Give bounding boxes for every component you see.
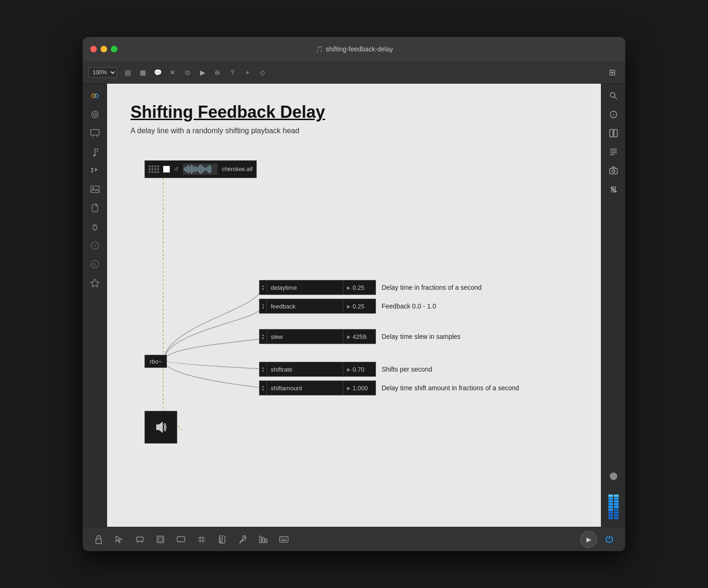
minimize-button[interactable] — [101, 46, 107, 52]
close-button[interactable] — [90, 46, 97, 52]
grid-button[interactable] — [193, 531, 210, 548]
sidebar-icon-note[interactable] — [87, 143, 103, 160]
sidebar-icon-clip[interactable] — [87, 200, 103, 216]
meter-segment — [614, 509, 619, 511]
sidebar-icon-sequencer[interactable] — [87, 162, 103, 179]
param-desc-delaytime: Delay time in fractions of a second — [382, 284, 482, 291]
meter-segment — [614, 511, 619, 514]
meter-segment — [608, 517, 613, 519]
param-arrows-delaytime[interactable]: ▲ ▼ — [260, 280, 267, 295]
param-row-delaytime: ▲ ▼ delaytime ▶ 0.25 Delay time in fract… — [259, 280, 482, 295]
param-value-slew[interactable]: ▶ 4259. — [343, 330, 376, 344]
volume-knob[interactable] — [610, 473, 617, 480]
param-value-feedback[interactable]: ▶ 0.25 — [343, 299, 376, 313]
audio-file-object[interactable]: ↺ — [144, 160, 257, 178]
toolbar-minus-btn[interactable]: ⊖ — [210, 65, 224, 79]
play-button[interactable]: ▶ — [580, 531, 597, 548]
param-value-text-feedback: 0.25 — [353, 303, 364, 310]
volume-meter-area — [608, 473, 619, 523]
patch-subtitle: A delay line with a randomly shifting pl… — [130, 127, 578, 135]
meter-col-right — [614, 495, 619, 519]
audio-refresh-button[interactable]: ↺ — [173, 165, 180, 173]
param-arrows-shiftamount[interactable]: ▲ ▼ — [260, 380, 267, 395]
sidebar-right-snapshot[interactable] — [605, 162, 622, 179]
meter-segment — [608, 503, 613, 505]
toolbar-play-btn[interactable]: ▶ — [195, 65, 210, 79]
toolbar-delete-btn[interactable]: ✕ — [166, 65, 180, 79]
param-box-shiftrate[interactable]: ▲ ▼ shiftrate ▶ 0.70 — [259, 362, 376, 377]
select-button[interactable] — [111, 531, 128, 548]
param-arrows-slew[interactable]: ▲ ▼ — [260, 329, 267, 344]
sidebar-right-list[interactable] — [605, 143, 622, 160]
toolbar-help-btn[interactable]: ? — [225, 65, 239, 79]
svg-rect-30 — [614, 129, 617, 137]
toolbar-present-btn[interactable]: ▤ — [121, 65, 135, 79]
subpatch-button[interactable] — [152, 531, 169, 548]
sidebar-icon-star[interactable] — [87, 274, 103, 291]
clip-button[interactable] — [214, 531, 231, 548]
svg-rect-4 — [91, 129, 99, 135]
meter-segment — [608, 495, 613, 497]
param-value-delaytime[interactable]: ▶ 0.25 — [343, 280, 376, 294]
svg-rect-45 — [137, 537, 143, 541]
main-area: v b Shifting Feedback Delay A delay line… — [83, 84, 625, 527]
svg-marker-20 — [91, 279, 99, 287]
sidebar-right-mixer[interactable] — [605, 181, 622, 198]
svg-line-26 — [614, 97, 617, 99]
grid-view-button[interactable]: ⊞ — [605, 65, 620, 80]
sidebar-icon-image[interactable] — [87, 181, 103, 198]
param-value-shiftrate[interactable]: ▶ 0.70 — [343, 362, 376, 376]
param-desc-feedback: Feedback 0.0 - 1.0 — [382, 302, 436, 310]
audio-stop-button[interactable] — [163, 166, 170, 172]
zoom-selector[interactable]: 100% 75% 150% — [88, 67, 117, 78]
toolbar-comment-btn[interactable]: ▦ — [136, 65, 150, 79]
bars-button[interactable] — [255, 531, 272, 548]
meter-segment — [608, 500, 613, 502]
param-box-slew[interactable]: ▲ ▼ slew ▶ 4259. — [259, 329, 376, 344]
meter-segment — [614, 497, 619, 500]
param-box-delaytime[interactable]: ▲ ▼ delaytime ▶ 0.25 — [259, 280, 376, 295]
rbo-object[interactable]: rbo~ — [144, 355, 167, 368]
svg-marker-9 — [95, 168, 98, 172]
wrench-button[interactable] — [234, 531, 251, 548]
toolbar-fill-btn[interactable]: ◇ — [255, 65, 269, 79]
param-arrows-feedback[interactable]: ▲ ▼ — [260, 299, 267, 314]
param-row-feedback: ▲ ▼ feedback ▶ 0.25 Feedback 0.0 - 1.0 — [259, 299, 436, 314]
lock-button[interactable] — [90, 531, 107, 548]
meter-bars — [608, 482, 619, 519]
speaker-object[interactable] — [144, 411, 177, 444]
toolbar-record-btn[interactable]: ⊙ — [181, 65, 195, 79]
svg-rect-56 — [260, 536, 261, 543]
sidebar-right: i — [601, 84, 625, 527]
sidebar-right-info[interactable]: i — [605, 106, 622, 123]
sidebar-icon-plugin[interactable] — [87, 218, 103, 235]
sidebar-icon-backstage[interactable]: b — [87, 256, 103, 272]
sidebar-icon-target[interactable] — [87, 106, 103, 123]
sidebar-icon-vello[interactable]: v — [87, 237, 103, 254]
comment-button[interactable] — [173, 531, 189, 548]
param-box-feedback[interactable]: ▲ ▼ feedback ▶ 0.25 — [259, 299, 376, 314]
param-name-delaytime: delaytime — [267, 284, 343, 291]
svg-rect-29 — [610, 129, 613, 137]
param-value-shiftamount[interactable]: ▶ 1.000 — [343, 381, 376, 395]
param-arrows-shiftrate[interactable]: ▲ ▼ — [260, 362, 267, 377]
toolbar-message-btn[interactable]: 💬 — [151, 65, 165, 79]
keyboard-button[interactable] — [275, 531, 292, 548]
patch-canvas[interactable]: Shifting Feedback Delay A delay line wit… — [107, 84, 601, 527]
param-box-shiftamount[interactable]: ▲ ▼ shiftamount ▶ 1.000 — [259, 380, 376, 395]
svg-rect-57 — [262, 538, 264, 543]
power-button[interactable] — [601, 531, 618, 548]
svg-rect-48 — [157, 536, 164, 543]
titlebar: 🎵 shifting-feedback-delay — [83, 37, 625, 61]
sidebar-icon-monitor[interactable] — [87, 125, 103, 142]
toolbar-add-btn[interactable]: + — [240, 65, 254, 79]
presentation-button[interactable] — [131, 531, 148, 548]
maximize-button[interactable] — [111, 46, 117, 52]
svg-text:i: i — [613, 112, 614, 117]
svg-rect-59 — [280, 537, 288, 542]
param-arrow-icon-3: ▶ — [347, 334, 351, 339]
sidebar-icon-packages[interactable] — [87, 87, 103, 104]
sidebar-right-search[interactable] — [605, 87, 622, 104]
svg-rect-50 — [177, 537, 185, 542]
sidebar-right-split[interactable] — [605, 125, 622, 142]
